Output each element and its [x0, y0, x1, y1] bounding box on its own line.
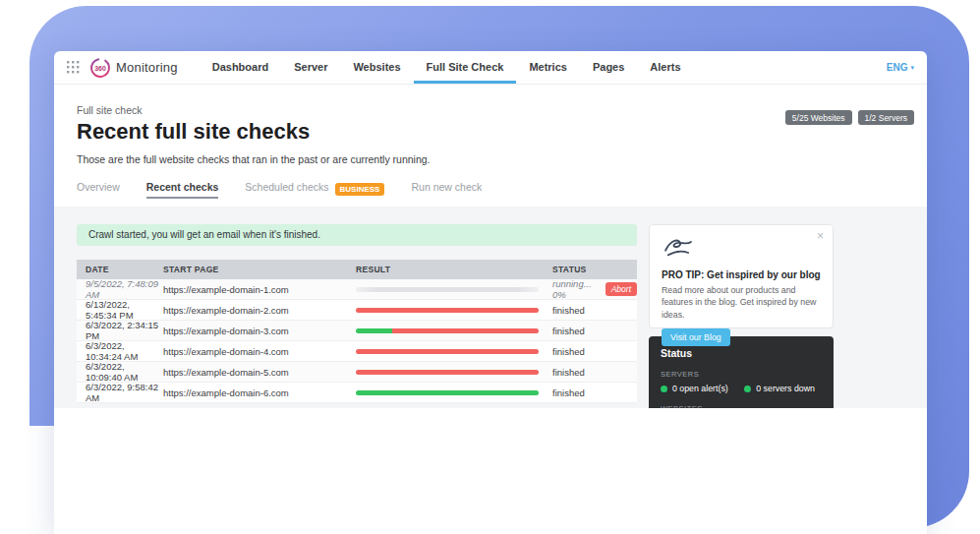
tab-bar: OverviewRecent checksScheduled checksBUS… [54, 181, 927, 199]
cell-date: 6/3/2022, 9:58:42 AM [77, 382, 163, 403]
table-header-row: DATESTART PAGERESULTSTATUS [77, 260, 637, 279]
close-icon[interactable]: × [817, 229, 824, 243]
tab-label: Scheduled checks [245, 181, 328, 197]
status-panel: Status SERVERS0 open alert(s)0 servers d… [649, 336, 834, 408]
bar-segment-red [356, 370, 539, 375]
status-item: 0 open alert(s) [661, 384, 744, 393]
status-text: running... 0% [552, 278, 601, 300]
svg-text:360: 360 [94, 64, 106, 71]
tab-label: Run new check [411, 181, 482, 197]
cell-start-page: https://example-domain-1.com [163, 284, 356, 295]
logo-360-icon: 360 [89, 57, 111, 79]
cell-result [356, 349, 552, 354]
status-text: finished [552, 305, 585, 316]
cell-status: finished [552, 387, 637, 398]
nav-item-server[interactable]: Server [281, 51, 340, 84]
cell-status: finished [552, 367, 637, 378]
tab-label: Overview [77, 181, 120, 197]
content-area: Crawl started, you will get an email whe… [54, 207, 927, 408]
column-header-status: STATUS [552, 265, 637, 274]
status-text: finished [552, 367, 585, 378]
table-row: 6/13/2022, 5:45:34 PMhttps://example-dom… [77, 300, 637, 321]
cell-result [356, 308, 552, 313]
status-item: 0 servers down [744, 384, 815, 393]
green-dot-icon [744, 386, 751, 392]
cell-status: finished [552, 346, 637, 357]
cell-start-page: https://example-domain-4.com [163, 346, 356, 357]
side-column: × PRO TIP: Get inspired by our blog Read… [649, 224, 834, 408]
progress-bar [356, 308, 539, 313]
checks-table: DATESTART PAGERESULTSTATUS 9/5/2022, 7:4… [77, 260, 637, 403]
nav-item-websites[interactable]: Websites [340, 51, 413, 84]
counter-badge-1-2-servers[interactable]: 1/2 Servers [858, 110, 914, 125]
cell-status: running... 0%Abort [552, 278, 637, 300]
table-row: 9/5/2022, 7:48:09 AMhttps://example-doma… [77, 279, 637, 300]
progress-bar [356, 370, 539, 375]
visit-blog-button[interactable]: Visit our Blog [662, 328, 730, 346]
nav-item-metrics[interactable]: Metrics [516, 51, 580, 84]
cell-result [356, 390, 552, 395]
table-row: 6/3/2022, 9:58:42 AMhttps://example-doma… [77, 383, 637, 403]
bar-segment-red [356, 308, 539, 313]
tab-recent-checks[interactable]: Recent checks [146, 181, 219, 199]
tab-label: Recent checks [146, 181, 219, 199]
table-row: 6/3/2022, 2:34:15 PMhttps://example-doma… [77, 321, 637, 341]
status-item-text: 0 servers down [756, 384, 815, 393]
tab-scheduled-checks[interactable]: Scheduled checksBUSINESS [245, 181, 384, 197]
progress-bar-pending [356, 287, 539, 292]
brand-logo[interactable]: 360 Monitoring [89, 57, 178, 79]
table-body: 9/5/2022, 7:48:09 AMhttps://example-doma… [77, 279, 637, 403]
pro-tip-card: × PRO TIP: Get inspired by our blog Read… [649, 224, 834, 328]
apps-grid-icon[interactable] [67, 61, 80, 74]
cell-date: 6/13/2022, 5:45:34 PM [77, 299, 163, 321]
status-text: finished [552, 387, 585, 398]
cell-date: 9/5/2022, 7:48:09 AM [77, 278, 163, 300]
status-section-items: 0 open alert(s)0 servers down [661, 384, 822, 393]
chevron-down-icon: ▾ [910, 64, 914, 72]
pro-tip-title: PRO TIP: Get inspired by our blog [662, 269, 821, 280]
column-header-date: DATE [77, 265, 163, 274]
cell-status: finished [552, 326, 637, 336]
cell-start-page: https://example-domain-6.com [163, 387, 356, 398]
nav-item-alerts[interactable]: Alerts [637, 51, 693, 84]
resource-counters: 5/25 Websites1/2 Servers [785, 110, 914, 125]
main-nav: DashboardServerWebsitesFull Site CheckMe… [200, 51, 694, 84]
nav-item-dashboard[interactable]: Dashboard [200, 51, 281, 84]
cell-result [356, 287, 552, 292]
cell-result [356, 328, 552, 333]
tab-run-new-check[interactable]: Run new check [411, 181, 482, 197]
nav-item-pages[interactable]: Pages [580, 51, 637, 84]
language-selector[interactable]: ENG ▾ [887, 62, 914, 73]
business-badge: BUSINESS [335, 183, 385, 196]
app-window: 360 Monitoring DashboardServerWebsitesFu… [54, 51, 927, 534]
cell-status: finished [552, 305, 637, 316]
brand-name: Monitoring [116, 60, 178, 75]
bar-segment-red [392, 328, 539, 333]
column-header-start-page: START PAGE [163, 265, 356, 274]
cell-date: 6/3/2022, 10:09:40 AM [77, 361, 163, 383]
tab-overview[interactable]: Overview [77, 181, 120, 197]
page-header: 5/25 Websites1/2 Servers Full site check… [54, 104, 927, 165]
cell-start-page: https://example-domain-3.com [163, 326, 356, 336]
counter-badge-5-25-websites[interactable]: 5/25 Websites [785, 110, 852, 125]
progress-bar [356, 390, 539, 395]
column-header-result: RESULT [356, 265, 552, 274]
bar-segment-green [356, 390, 539, 395]
nav-item-full-site-check[interactable]: Full Site Check [414, 51, 517, 84]
cell-start-page: https://example-domain-5.com [163, 367, 356, 378]
language-label: ENG [887, 62, 908, 73]
main-column: Crawl started, you will get an email whe… [77, 224, 637, 408]
cell-result [356, 370, 552, 375]
progress-bar [356, 328, 539, 333]
status-item-text: 0 open alert(s) [672, 384, 728, 393]
status-section-label-websites: WEBSITES [661, 404, 822, 408]
table-row: 6/3/2022, 10:34:24 AMhttps://example-dom… [77, 341, 637, 362]
status-text: finished [552, 346, 585, 357]
table-row: 6/3/2022, 10:09:40 AMhttps://example-dom… [77, 362, 637, 383]
status-panel-title: Status [661, 347, 822, 359]
progress-bar [356, 349, 539, 354]
abort-button[interactable]: Abort [605, 282, 637, 296]
page-subtitle: Those are the full website checks that r… [77, 153, 927, 165]
top-nav-bar: 360 Monitoring DashboardServerWebsitesFu… [54, 51, 927, 85]
pro-tip-body: Read more about our products and feature… [662, 284, 821, 321]
